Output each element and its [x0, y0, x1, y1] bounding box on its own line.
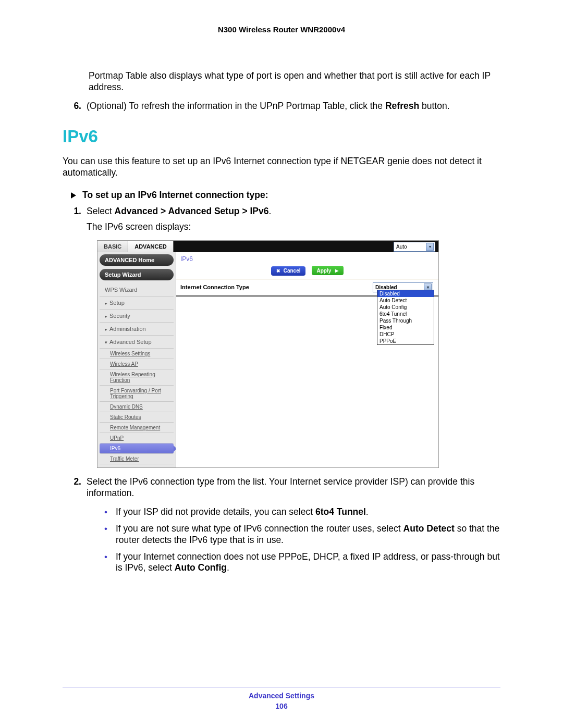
- bullet-item: •If you are not sure what type of IPv6 c…: [104, 523, 500, 546]
- dropdown-option[interactable]: Auto Config: [377, 304, 434, 311]
- step-1: 1. Select Advanced > Advanced Setup > IP…: [63, 206, 500, 233]
- sidebar-subitem[interactable]: Static Routes: [100, 412, 174, 423]
- procedure-heading-text: To set up an IPv6 Internet connection ty…: [82, 190, 268, 201]
- sidebar-subitem[interactable]: Wireless AP: [100, 359, 174, 369]
- tab-advanced[interactable]: ADVANCED: [128, 241, 174, 252]
- chevron-down-icon: ▾: [426, 243, 434, 251]
- panel-title: IPv6: [176, 252, 438, 264]
- sidebar-subitem[interactable]: Remote Management: [100, 423, 174, 433]
- connection-type-dropdown[interactable]: DisabledAuto DetectAuto Config6to4 Tunne…: [377, 290, 434, 345]
- main-panel: IPv6 Cancel Apply Internet Connection Ty…: [176, 252, 438, 467]
- document-title: N300 Wireless Router WNR2000v4: [63, 25, 500, 34]
- step-1-prefix: Select: [87, 206, 115, 216]
- step-1-bold: Advanced > Advanced Setup > IPv6: [115, 206, 269, 216]
- ipv6-intro: You can use this feature to set up an IP…: [63, 156, 500, 179]
- portmap-paragraph: Portmap Table also displays what type of…: [89, 70, 500, 93]
- triangle-icon: [71, 192, 76, 199]
- step-6-prefix: (Optional) To refresh the information in…: [87, 101, 385, 111]
- apply-button[interactable]: Apply: [312, 266, 344, 275]
- connection-type-label: Internet Connection Type: [180, 284, 249, 290]
- footer-rule: [63, 687, 500, 687]
- footer-page-number: 106: [0, 702, 563, 710]
- bullet-icon: •: [104, 551, 116, 574]
- dropdown-option[interactable]: DHCP: [377, 331, 434, 338]
- tab-basic[interactable]: BASIC: [97, 241, 128, 252]
- dropdown-option[interactable]: Pass Through: [377, 317, 434, 324]
- cancel-button[interactable]: Cancel: [271, 266, 306, 276]
- bullet-item: •If your ISP did not provide details, yo…: [104, 507, 500, 518]
- sidebar-setup-wizard[interactable]: Setup Wizard: [100, 269, 174, 280]
- footer-section: Advanced Settings: [0, 692, 563, 700]
- step-2-number: 2.: [63, 476, 87, 499]
- sidebar-subitem[interactable]: Traffic Meter: [100, 454, 174, 464]
- language-select-value: Auto: [396, 244, 407, 250]
- step-6: 6. (Optional) To refresh the information…: [63, 101, 500, 112]
- step-6-number: 6.: [63, 101, 87, 112]
- dropdown-option[interactable]: PPPoE: [377, 338, 434, 344]
- step-1-number: 1.: [63, 206, 87, 233]
- step-2: 2. Select the IPv6 connection type from …: [63, 476, 500, 499]
- connection-type-value: Disabled: [375, 285, 397, 290]
- sidebar-administration[interactable]: Administration: [100, 323, 174, 336]
- step-6-suffix: button.: [419, 101, 449, 111]
- sidebar-home[interactable]: ADVANCED Home: [100, 254, 174, 266]
- step-6-bold: Refresh: [385, 101, 419, 111]
- sidebar-subitem[interactable]: IPv6: [100, 443, 174, 454]
- ipv6-heading: IPv6: [63, 127, 500, 146]
- dropdown-option[interactable]: Fixed: [377, 324, 434, 331]
- sidebar-wps-wizard[interactable]: WPS Wizard: [100, 283, 174, 297]
- step-1-suffix: .: [269, 206, 272, 216]
- bullet-item: •If your Internet connection does not us…: [104, 551, 500, 574]
- sidebar-subitem[interactable]: Port Forwarding / Port Triggering: [100, 386, 174, 402]
- ipv6-screenshot: BASIC ADVANCED Auto ▾ ADVANCED Home Setu…: [97, 240, 439, 468]
- sidebar-setup[interactable]: Setup: [100, 297, 174, 310]
- sidebar-subitem[interactable]: UPnP: [100, 433, 174, 443]
- sidebar-subitem[interactable]: Wireless Settings: [100, 349, 174, 359]
- language-select[interactable]: Auto ▾: [394, 242, 435, 252]
- dropdown-option[interactable]: Auto Detect: [377, 297, 434, 304]
- sidebar-subitem[interactable]: Wireless Repeating Function: [100, 369, 174, 386]
- procedure-heading: To set up an IPv6 Internet connection ty…: [71, 190, 500, 201]
- bullet-text: If your ISP did not provide details, you…: [116, 507, 500, 518]
- step-1-followup: The IPv6 screen displays:: [87, 221, 191, 232]
- bullet-text: If you are not sure what type of IPv6 co…: [116, 523, 500, 546]
- sidebar: ADVANCED Home Setup Wizard WPS Wizard Se…: [97, 252, 176, 467]
- dropdown-option[interactable]: 6to4 Tunnel: [377, 311, 434, 317]
- dropdown-option[interactable]: Disabled: [377, 290, 434, 297]
- bullet-icon: •: [104, 507, 116, 518]
- sidebar-security[interactable]: Security: [100, 310, 174, 323]
- step-2-text: Select the IPv6 connection type from the…: [87, 476, 500, 499]
- bullet-text: If your Internet connection does not use…: [116, 551, 500, 574]
- sidebar-advanced-setup[interactable]: Advanced Setup: [100, 336, 174, 349]
- bullet-icon: •: [104, 523, 116, 546]
- sidebar-subitem[interactable]: Dynamic DNS: [100, 402, 174, 412]
